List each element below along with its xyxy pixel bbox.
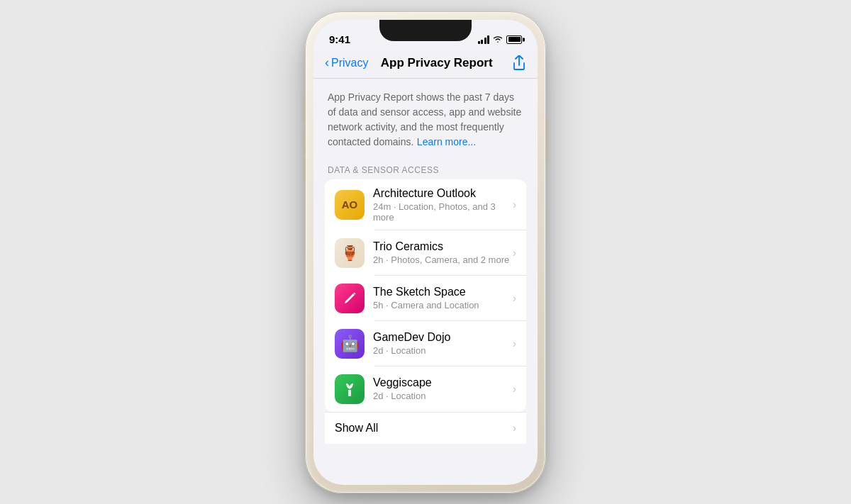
app-name: Veggiscape <box>373 376 513 389</box>
app-detail: 24m · Location, Photos, and 3 more <box>373 201 513 223</box>
list-item[interactable]: AO Architecture Outlook 24m · Location, … <box>325 179 526 230</box>
app-detail: 5h · Camera and Location <box>373 300 513 310</box>
chevron-right-icon: › <box>513 247 516 259</box>
back-button[interactable]: ‹ Privacy <box>325 57 368 69</box>
app-name: GameDev Dojo <box>373 331 513 344</box>
app-detail: 2h · Photos, Camera, and 2 more <box>373 254 513 265</box>
app-icon <box>335 284 365 313</box>
list-item[interactable]: 🤖 GameDev Dojo 2d · Location › <box>325 321 526 366</box>
app-icon-emoji: 🏺 <box>335 238 365 268</box>
app-icon: 🏺 <box>335 238 365 268</box>
svg-rect-0 <box>348 390 351 396</box>
show-all-label: Show All <box>335 422 378 435</box>
item-info: The Sketch Space 5h · Camera and Locatio… <box>373 286 513 310</box>
list-item[interactable]: 🏺 Trio Ceramics 2h · Photos, Camera, and… <box>325 230 526 276</box>
show-all-item[interactable]: Show All › <box>325 413 526 444</box>
app-icon: AO <box>335 190 365 220</box>
nav-bar: ‹ Privacy App Privacy Report <box>313 51 538 79</box>
item-info: Veggiscape 2d · Location <box>373 376 513 401</box>
veggiscape-icon <box>340 380 359 398</box>
chevron-right-icon: › <box>513 198 516 211</box>
learn-more-link[interactable]: Learn more... <box>417 136 476 147</box>
app-icon <box>335 374 365 404</box>
back-chevron-icon: ‹ <box>325 56 329 69</box>
show-all-container: Show All › <box>325 412 526 444</box>
battery-icon <box>506 35 522 44</box>
content-area: App Privacy Report shows the past 7 days… <box>313 79 538 444</box>
app-list: AO Architecture Outlook 24m · Location, … <box>325 179 526 412</box>
share-icon <box>512 55 526 71</box>
app-icon: 🤖 <box>335 329 365 359</box>
item-info: Architecture Outlook 24m · Location, Pho… <box>373 187 513 223</box>
app-detail: 2d · Location <box>373 391 513 401</box>
section-header: DATA & SENSOR ACCESS <box>313 159 538 179</box>
status-icons <box>478 35 523 44</box>
item-info: Trio Ceramics 2h · Photos, Camera, and 2… <box>373 240 513 265</box>
page-wrapper: 9:41 ‹ Privacy App Privac <box>305 11 546 493</box>
show-all-chevron-icon: › <box>513 422 516 435</box>
share-button[interactable] <box>505 55 526 71</box>
page-title: App Privacy Report <box>381 56 493 70</box>
chevron-right-icon: › <box>513 337 516 350</box>
app-name: Trio Ceramics <box>373 240 513 253</box>
wifi-icon <box>493 36 503 43</box>
app-icon-emoji: 🤖 <box>340 335 360 353</box>
notch <box>379 20 472 41</box>
item-info: GameDev Dojo 2d · Location <box>373 331 513 356</box>
list-item[interactable]: The Sketch Space 5h · Camera and Locatio… <box>325 276 526 321</box>
chevron-right-icon: › <box>513 383 516 396</box>
phone-screen: 9:41 ‹ Privacy App Privac <box>313 20 538 485</box>
app-name: Architecture Outlook <box>373 187 513 200</box>
app-icon-text: AO <box>342 198 358 211</box>
description-section: App Privacy Report shows the past 7 days… <box>313 79 538 159</box>
status-time: 9:41 <box>329 33 350 45</box>
sketch-icon <box>340 289 359 308</box>
back-label: Privacy <box>331 57 368 69</box>
chevron-right-icon: › <box>513 292 516 305</box>
list-item[interactable]: Veggiscape 2d · Location › <box>325 366 526 412</box>
app-detail: 2d · Location <box>373 345 513 356</box>
signal-icon <box>478 35 490 44</box>
app-name: The Sketch Space <box>373 286 513 298</box>
